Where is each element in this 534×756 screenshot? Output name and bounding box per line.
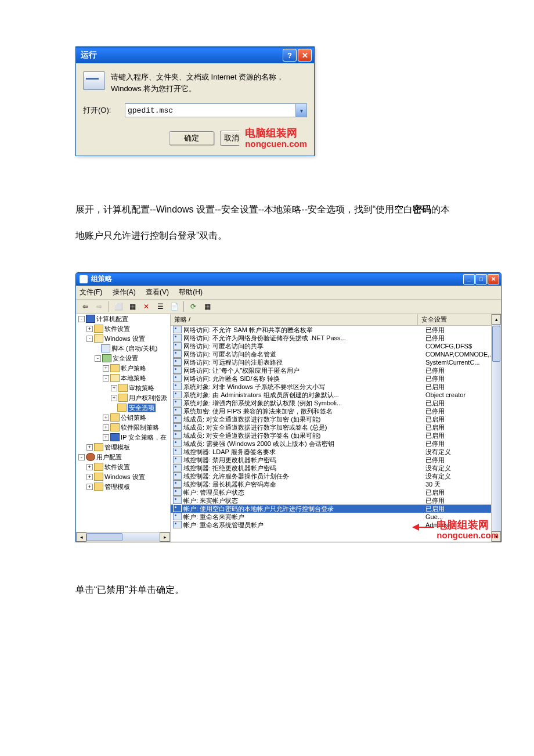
header-policy[interactable]: 策略 / xyxy=(171,314,418,325)
collapse-icon[interactable]: - xyxy=(78,454,85,460)
policy-name: 网络访问: 让“每个人”权限应用于匿名用户 xyxy=(183,366,300,375)
maximize-icon[interactable]: □ xyxy=(475,274,487,285)
tree-label: 管理模板 xyxy=(104,483,130,491)
open-input[interactable] xyxy=(125,104,295,117)
expand-icon[interactable]: + xyxy=(111,385,117,391)
policy-row[interactable]: 系统对象: 由 Administrators 组成员所创建的对象默认...Obj… xyxy=(171,391,501,399)
tree-node[interactable]: -安全设置 xyxy=(76,354,170,363)
open-combobox[interactable]: ▾ xyxy=(125,103,307,117)
ok-button[interactable]: 确定 xyxy=(169,131,214,145)
policy-row[interactable]: 网络访问: 可匿名访问的命名管道COMNAP,COMNODE,... xyxy=(171,350,501,358)
gp-titlebar[interactable]: 组策略 _ □ ✕ xyxy=(76,273,501,286)
policy-icon xyxy=(173,440,182,447)
expand-icon[interactable]: + xyxy=(103,434,109,441)
scroll-up-icon[interactable]: ▴ xyxy=(492,314,501,325)
expand-icon[interactable]: + xyxy=(86,484,93,490)
menu-help[interactable]: 帮助(H) xyxy=(179,288,203,296)
tree-node[interactable]: +软件设置 xyxy=(76,324,170,334)
export-icon[interactable]: 📄 xyxy=(168,301,180,312)
policy-row[interactable]: 域控制器: 拒绝更改机器帐户密码没有定义 xyxy=(171,464,501,472)
menu-file[interactable]: 文件(F) xyxy=(80,288,102,296)
expand-icon[interactable]: + xyxy=(86,464,93,470)
policy-row[interactable]: 域成员: 对安全通道数据进行数字加密 (如果可能)已启用 xyxy=(171,415,501,423)
header-setting[interactable]: 安全设置 xyxy=(418,314,501,325)
tree-node[interactable]: +公钥策略 xyxy=(76,413,170,423)
policy-row[interactable]: 域控制器: 禁用更改机器帐户密码已停用 xyxy=(171,456,501,464)
tree-node[interactable]: +用户权利指派 xyxy=(76,393,170,403)
policy-row[interactable]: 帐户: 使用空白密码的本地帐户只允许进行控制台登录已启用 xyxy=(171,505,501,513)
policy-row[interactable]: 网络访问: 不允许为网络身份验证储存凭据或 .NET Pass...已停用 xyxy=(171,334,501,342)
expand-icon[interactable]: + xyxy=(86,326,93,332)
policy-row[interactable]: 帐户: 管理员帐户状态已启用 xyxy=(171,488,501,496)
tree-node[interactable]: -用户配置 xyxy=(76,452,170,462)
cancel-button[interactable]: 取消 xyxy=(220,131,239,146)
gp-list-header: 策略 / 安全设置 xyxy=(171,314,501,326)
close-icon[interactable]: ✕ xyxy=(488,274,499,285)
list-icon[interactable]: ▦ xyxy=(127,301,138,312)
policy-row[interactable]: 系统对象: 增强内部系统对象的默认权限 (例如 Symboli...已启用 xyxy=(171,399,501,407)
back-icon[interactable]: ⇦ xyxy=(80,301,91,312)
expand-icon[interactable]: + xyxy=(103,424,109,431)
policy-row[interactable]: 域成员: 对安全通道数据进行数字签名 (如果可能)已启用 xyxy=(171,431,501,440)
scroll-thumb[interactable] xyxy=(86,533,122,541)
chevron-down-icon[interactable]: ▾ xyxy=(295,104,306,117)
tree-node[interactable]: 脚本 (启动/关机) xyxy=(76,344,170,354)
tree-hscrollbar[interactable]: ◂ ▸ xyxy=(76,532,170,542)
collapse-icon[interactable]: - xyxy=(78,316,85,322)
expand-icon[interactable]: + xyxy=(86,474,93,480)
minimize-icon[interactable]: _ xyxy=(463,274,475,285)
scroll-down-icon[interactable]: ▾ xyxy=(492,531,501,542)
scroll-left-icon[interactable]: ◂ xyxy=(76,532,86,542)
tree-node[interactable]: -本地策略 xyxy=(76,373,170,383)
menu-view[interactable]: 查看(V) xyxy=(146,288,169,296)
expand-icon[interactable]: + xyxy=(103,415,109,421)
policy-row[interactable]: 域控制器: 允许服务器操作员计划任务没有定义 xyxy=(171,472,501,480)
tree-node[interactable]: +IP 安全策略，在 xyxy=(76,433,170,442)
policy-row[interactable]: 网络访问: 不允许 SAM 帐户和共享的匿名枚举已停用 xyxy=(171,326,501,334)
forward-icon[interactable]: ⇨ xyxy=(93,301,105,312)
delete-icon[interactable]: ✕ xyxy=(140,301,152,312)
expand-icon[interactable]: + xyxy=(111,395,117,401)
collapse-icon[interactable]: - xyxy=(95,355,101,362)
collapse-icon[interactable]: - xyxy=(103,375,109,381)
collapse-icon[interactable]: - xyxy=(86,336,93,342)
help-icon[interactable]: ? xyxy=(283,49,297,62)
tree-node[interactable]: 安全选项 xyxy=(76,403,170,413)
run-titlebar[interactable]: 运行 ? ✕ xyxy=(76,47,314,63)
policy-row[interactable]: 帐户: 来宾帐户状态已停用 xyxy=(171,496,501,505)
policy-row[interactable]: 系统对象: 对非 Windows 子系统不要求区分大小写已启用 xyxy=(171,383,501,391)
tree-node[interactable]: +管理模板 xyxy=(76,442,170,452)
scroll-right-icon[interactable]: ▸ xyxy=(160,532,170,542)
expand-icon[interactable]: + xyxy=(86,444,93,451)
tree-node[interactable]: +管理模板 xyxy=(76,482,170,492)
tree-node[interactable]: -Windows 设置 xyxy=(76,334,170,344)
tree-node[interactable]: -计算机配置 xyxy=(76,314,170,324)
policy-row[interactable]: 网络访问: 允许匿名 SID/名称 转换已停用 xyxy=(171,375,501,383)
policy-row[interactable]: 帐户: 重命名来宾帐户Gue... xyxy=(171,513,501,521)
tree-node[interactable]: +帐户策略 xyxy=(76,363,170,373)
policy-row[interactable]: 系统加密: 使用 FIPS 兼容的算法来加密，散列和签名已停用 xyxy=(171,407,501,415)
expand-icon[interactable]: + xyxy=(103,365,109,372)
list-vscrollbar[interactable]: ▴ ▾ xyxy=(491,314,501,542)
scroll-thumb[interactable] xyxy=(492,326,500,362)
policy-row[interactable]: 网络访问: 让“每个人”权限应用于匿名用户已停用 xyxy=(171,366,501,375)
menu-action[interactable]: 操作(A) xyxy=(113,288,136,296)
tree-node[interactable]: +审核策略 xyxy=(76,383,170,393)
up-icon[interactable]: ⬜ xyxy=(113,301,124,312)
policy-row[interactable]: 网络访问: 可匿名访问的共享COMCFG,DFS$ xyxy=(171,342,501,350)
policy-row[interactable]: 网络访问: 可远程访问的注册表路径System\CurrentC... xyxy=(171,358,501,366)
properties-icon[interactable]: ☰ xyxy=(154,301,166,312)
script-icon xyxy=(101,344,110,352)
policy-row[interactable]: 帐户: 重命名系统管理员帐户Administ xyxy=(171,521,501,529)
policy-row[interactable]: 域控制器: LDAP 服务器签名要求没有定义 xyxy=(171,448,501,456)
refresh-icon[interactable]: ⟳ xyxy=(187,301,199,312)
close-icon[interactable]: ✕ xyxy=(298,49,312,62)
policy-row[interactable]: 域成员: 需要强 (Windows 2000 或以上版本) 会话密钥已停用 xyxy=(171,440,501,448)
tree-node[interactable]: +Windows 设置 xyxy=(76,472,170,482)
policy-row[interactable]: 域成员: 对安全通道数据进行数字加密或签名 (总是)已启用 xyxy=(171,423,501,431)
gp-toolbar: ⇦ ⇨ ⬜ ▦ ✕ ☰ 📄 ⟳ ▦ xyxy=(76,300,501,314)
tree-node[interactable]: +软件限制策略 xyxy=(76,423,170,433)
policy-row[interactable]: 域控制器: 最长机器帐户密码寿命30 天 xyxy=(171,480,501,488)
help-icon[interactable]: ▦ xyxy=(201,301,213,312)
tree-node[interactable]: +软件设置 xyxy=(76,462,170,472)
